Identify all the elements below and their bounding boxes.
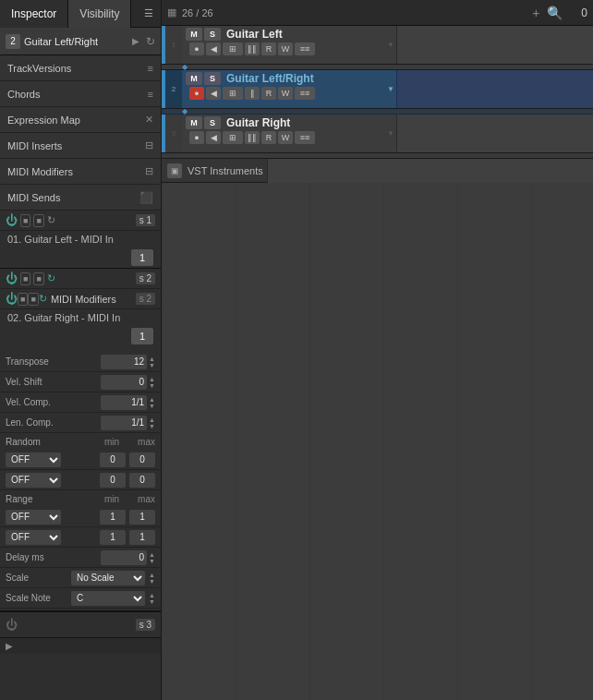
track-3-w-btn[interactable]: W xyxy=(278,131,293,144)
modifier-power-btn[interactable]: ⏻ xyxy=(6,292,18,306)
track-1-top: M S Guitar Left xyxy=(186,28,381,41)
tab-inspector[interactable]: Inspector xyxy=(0,0,68,28)
track-2-edit-btn[interactable]: ⊞ xyxy=(223,87,243,100)
track-3-edit-btn[interactable]: ⊞ xyxy=(223,131,243,144)
midi-send-1-name[interactable]: 01. Guitar Left - MIDI In xyxy=(0,231,161,247)
track-1-rec-btn[interactable]: ● xyxy=(189,42,204,55)
track-1-eq-btn[interactable]: ≡≡ xyxy=(295,42,315,55)
track-2-arrow-btn[interactable]: ◀ xyxy=(206,87,221,100)
track-1-expand[interactable]: ▼ xyxy=(385,26,396,64)
track-3-arrow-btn[interactable]: ◀ xyxy=(206,131,221,144)
track-3-controls: ● ◀ ⊞ ‖‖ R W ≡≡ xyxy=(189,131,381,144)
power-btn-2[interactable]: ⏻ xyxy=(6,272,18,285)
range-row1-min[interactable] xyxy=(100,510,126,525)
right-header: ▦ 26 / 26 + 🔍 0 xyxy=(162,0,593,26)
track-1-r-btn[interactable]: R xyxy=(261,42,276,55)
track-2-w-btn[interactable]: W xyxy=(278,87,293,100)
section-chords[interactable]: Chords ≡ xyxy=(0,81,161,107)
range-row2-max[interactable] xyxy=(129,530,155,545)
midi-sends-header[interactable]: MIDI Sends ⬛ xyxy=(0,185,161,211)
section-track-versions[interactable]: TrackVersions ≡ xyxy=(0,55,161,81)
random-row2-max[interactable] xyxy=(129,473,155,488)
section-midi-inserts[interactable]: MIDI Inserts ⊟ xyxy=(0,133,161,159)
modifier-name[interactable]: 02. Guitar Right - MIDI In xyxy=(0,309,161,326)
transpose-value: ▲ ▼ xyxy=(70,355,155,369)
transpose-up: ▲ xyxy=(149,356,155,362)
channel-box-1[interactable]: 1 xyxy=(131,249,153,266)
range-row1-max[interactable] xyxy=(129,510,155,525)
random-row2-min[interactable] xyxy=(100,473,126,488)
delay-input[interactable] xyxy=(101,550,147,565)
track-3-rec-btn[interactable]: ● xyxy=(189,131,204,144)
delay-spinner[interactable]: ▲ ▼ xyxy=(149,551,155,564)
scale-note-spinner[interactable]: ▲ ▼ xyxy=(149,592,155,605)
vel-comp-input[interactable] xyxy=(101,395,147,410)
scale-note-select[interactable]: C xyxy=(71,591,145,606)
vel-shift-row: Vel. Shift ▲ ▼ xyxy=(0,372,161,392)
random-row1-min[interactable] xyxy=(100,453,126,467)
track-3-title: Guitar Right xyxy=(226,116,290,129)
range-row-2: OFF xyxy=(0,527,161,548)
range-row1-select[interactable]: OFF xyxy=(6,510,61,525)
vel-comp-spinner[interactable]: ▲ ▼ xyxy=(149,396,155,409)
track-3-num: 3 xyxy=(172,129,175,138)
track-1-midi-btn[interactable]: ‖‖ xyxy=(245,42,260,55)
track-3-eq-btn[interactable]: ≡≡ xyxy=(295,131,315,144)
range-row2-select[interactable]: OFF xyxy=(6,530,61,545)
track-1-mute-btn[interactable]: M xyxy=(186,28,202,41)
bottom-power-btn[interactable]: ⏻ xyxy=(6,618,18,632)
modifier-channel-row: 1 xyxy=(0,326,161,346)
len-comp-spinner[interactable]: ▲ ▼ xyxy=(149,416,155,429)
transpose-row: Transpose ▲ ▼ xyxy=(0,352,161,372)
tab-visibility[interactable]: Visibility xyxy=(68,0,131,28)
random-row1-max[interactable] xyxy=(129,453,155,467)
power-btn-1[interactable]: ⏻ xyxy=(6,213,18,227)
track-2-midi-btn[interactable]: ‖ xyxy=(245,87,260,100)
scale-spinner[interactable]: ▲ ▼ xyxy=(149,572,155,585)
track-2-r-btn[interactable]: R xyxy=(261,87,276,100)
section-midi-modifiers[interactable]: MIDI Modifiers ⊟ xyxy=(0,159,161,185)
track-1-edit-btn[interactable]: ⊞ xyxy=(223,42,243,55)
transpose-input[interactable] xyxy=(101,355,147,369)
vst-icon: ▣ xyxy=(167,163,182,178)
track-selector[interactable]: 2 Guitar Left/Right ▶ ↻ xyxy=(0,28,161,55)
track-1-left-col: 1 xyxy=(165,26,182,64)
midi-send-2-section: ⏻ ■ ■ ↻ s 2 ⏻ ■ ■ ↻ MIDI Modifiers s 2 0… xyxy=(0,269,161,611)
track-1-w-btn[interactable]: W xyxy=(278,42,293,55)
len-comp-input[interactable] xyxy=(101,416,147,430)
track-2-expand[interactable]: ▼ xyxy=(385,70,396,108)
modifier-channel-box[interactable]: 1 xyxy=(131,328,153,344)
random-row1-select[interactable]: OFF xyxy=(6,453,61,467)
track-3-midi-btn[interactable]: ‖‖ xyxy=(245,131,260,144)
tab-menu-icon[interactable]: ☰ xyxy=(137,3,161,24)
vel-shift-input[interactable] xyxy=(101,375,147,390)
track-2-mute-btn[interactable]: M xyxy=(186,72,202,85)
track-arrow-icon[interactable]: ▶ xyxy=(132,36,139,46)
vel-shift-spinner[interactable]: ▲ ▼ xyxy=(149,376,155,389)
random-row2-select[interactable]: OFF xyxy=(6,473,61,488)
track-2-rec-btn[interactable]: ● xyxy=(189,87,204,100)
transpose-spinner[interactable]: ▲ ▼ xyxy=(149,356,155,368)
track-1-solo-btn[interactable]: S xyxy=(204,28,221,41)
track-3-mute-btn[interactable]: M xyxy=(186,116,202,129)
section-expression-map[interactable]: Expression Map ✕ xyxy=(0,107,161,133)
add-track-btn[interactable]: + xyxy=(532,6,539,20)
send-2-label: s 2 xyxy=(136,272,155,284)
range-minmax: min max xyxy=(70,494,155,504)
refresh-icon[interactable]: ↻ xyxy=(146,35,155,48)
grid-icon: ▦ xyxy=(167,6,176,18)
track-3-r-btn[interactable]: R xyxy=(261,131,276,144)
search-btn[interactable]: 🔍 xyxy=(547,6,563,20)
track-1-arrow-btn[interactable]: ◀ xyxy=(206,42,221,55)
range-row2-min[interactable] xyxy=(100,530,126,545)
bottom-chevron-icon[interactable]: ▶ xyxy=(6,641,13,651)
modifier-refresh[interactable]: ↻ xyxy=(39,293,47,305)
track-2-solo-btn[interactable]: S xyxy=(204,72,221,85)
track-2-eq-btn[interactable]: ≡≡ xyxy=(295,87,315,100)
track-3-solo-btn[interactable]: S xyxy=(204,116,221,129)
midi-send-2-refresh[interactable]: ↻ xyxy=(47,272,55,284)
track-3-expand[interactable]: ▼ xyxy=(385,115,396,152)
expression-map-icon: ✕ xyxy=(145,114,153,126)
midi-send-1-refresh[interactable]: ↻ xyxy=(47,214,55,226)
scale-select[interactable]: No Scale xyxy=(71,571,145,585)
